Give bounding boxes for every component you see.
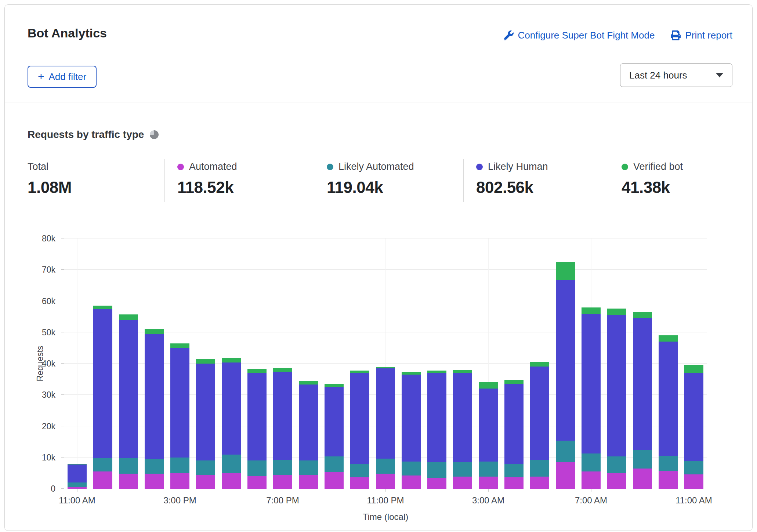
y-tick-label: 40k bbox=[42, 358, 55, 369]
pie-chart-icon bbox=[150, 130, 159, 139]
stat-label: Likely Human bbox=[488, 161, 548, 172]
bar-segment-automated bbox=[479, 477, 498, 489]
bar-segment-automated bbox=[145, 474, 164, 489]
bar-5:00-am-18 bbox=[530, 238, 549, 489]
y-tick-mark bbox=[61, 363, 64, 364]
bar-segment-automated bbox=[633, 469, 652, 489]
bar-segment-verified-bot bbox=[376, 367, 395, 368]
y-tick-label: 30k bbox=[42, 390, 55, 400]
y-tick-mark bbox=[61, 238, 64, 238]
bar-segment-verified-bot bbox=[659, 335, 678, 342]
y-tick-label: 60k bbox=[42, 296, 55, 306]
bar-2:00-am-15 bbox=[453, 238, 472, 489]
header-links: Configure Super Bot Fight Mode Print rep… bbox=[504, 30, 732, 41]
bar-10:00-am-23 bbox=[659, 238, 678, 489]
bar-segment-likely-human bbox=[479, 389, 498, 462]
bar-segment-likely-automated bbox=[119, 458, 138, 474]
stat-likely-human[interactable]: Likely Human802.56k bbox=[463, 159, 609, 202]
bar-segment-likely-human bbox=[376, 368, 395, 459]
configure-link-label: Configure Super Bot Fight Mode bbox=[518, 30, 655, 41]
bar-segment-automated bbox=[504, 477, 524, 489]
stat-automated[interactable]: Automated118.52k bbox=[164, 159, 314, 202]
y-tick-mark bbox=[61, 301, 64, 301]
bar-segment-likely-human bbox=[119, 320, 138, 458]
bar-segment-likely-human bbox=[222, 362, 241, 455]
time-range-select[interactable]: Last 24 hours bbox=[620, 63, 732, 87]
bar-segment-likely-automated bbox=[684, 461, 703, 474]
bar-segment-likely-human bbox=[633, 318, 652, 450]
page-title: Bot Analytics bbox=[28, 26, 107, 40]
bar-segment-verified-bot bbox=[196, 359, 215, 364]
bar-segment-likely-human bbox=[607, 315, 626, 456]
bar-segment-automated bbox=[607, 473, 626, 489]
stat-value: 41.38k bbox=[622, 178, 730, 197]
bar-segment-likely-automated bbox=[530, 460, 549, 477]
bar-segment-verified-bot bbox=[247, 369, 267, 373]
add-filter-label: Add filter bbox=[49, 71, 87, 83]
configure-super-bot-fight-mode-link[interactable]: Configure Super Bot Fight Mode bbox=[504, 30, 655, 41]
bar-segment-automated bbox=[453, 477, 472, 489]
bar-segment-automated bbox=[273, 475, 292, 489]
stat-likely-automated[interactable]: Likely Automated119.04k bbox=[314, 159, 463, 202]
stat-label: Total bbox=[28, 161, 48, 172]
bar-segment-likely-human bbox=[402, 375, 421, 462]
legend-dot-verified-bot bbox=[622, 164, 628, 170]
bar-segment-likely-automated bbox=[504, 464, 524, 478]
y-tick-label: 0 bbox=[51, 484, 55, 494]
bar-segment-verified-bot bbox=[222, 358, 241, 362]
bar-segment-verified-bot bbox=[119, 314, 138, 320]
section-title: Requests by traffic type bbox=[28, 129, 144, 141]
bar-segment-automated bbox=[325, 472, 344, 489]
print-link-label: Print report bbox=[685, 30, 732, 41]
bar-segment-likely-automated bbox=[196, 460, 215, 474]
bar-12:00-pm-1 bbox=[93, 238, 112, 489]
y-tick-mark bbox=[61, 394, 64, 395]
plus-icon: + bbox=[38, 71, 44, 82]
bar-segment-likely-automated bbox=[93, 458, 112, 471]
printer-icon bbox=[671, 30, 681, 40]
y-tick-mark bbox=[61, 332, 64, 332]
bar-segment-likely-human bbox=[684, 373, 703, 461]
bar-1:00-pm-2 bbox=[119, 238, 138, 489]
bar-segment-verified-bot bbox=[93, 306, 112, 309]
bar-segment-likely-automated bbox=[556, 441, 575, 463]
bar-segment-likely-automated bbox=[247, 460, 267, 476]
bar-segment-automated bbox=[299, 475, 318, 489]
bar-segment-likely-automated bbox=[145, 459, 164, 474]
print-report-link[interactable]: Print report bbox=[671, 30, 732, 41]
bar-4:00-am-17 bbox=[504, 238, 524, 489]
bar-segment-likely-human bbox=[247, 373, 267, 461]
y-tick-mark bbox=[61, 426, 64, 426]
time-range-value: Last 24 hours bbox=[629, 70, 687, 81]
bar-segment-likely-human bbox=[299, 385, 318, 460]
bar-segment-likely-automated bbox=[633, 450, 652, 469]
y-tick-label: 80k bbox=[42, 233, 55, 244]
bar-segment-likely-human bbox=[273, 372, 292, 460]
y-tick-mark bbox=[61, 269, 64, 270]
bar-segment-automated bbox=[222, 473, 241, 489]
x-tick-label: 11:00 AM bbox=[59, 495, 95, 506]
bar-segment-verified-bot bbox=[530, 362, 549, 367]
bar-segment-likely-automated bbox=[402, 462, 421, 475]
bar-segment-automated bbox=[68, 487, 87, 489]
y-tick-label: 50k bbox=[42, 327, 55, 338]
stat-label: Likely Automated bbox=[338, 161, 414, 172]
analytics-card: Bot Analytics Configure Super Bot Fight … bbox=[4, 4, 753, 531]
x-tick-label: 11:00 PM bbox=[367, 495, 404, 506]
bar-segment-automated bbox=[170, 473, 189, 489]
bar-segment-likely-human bbox=[530, 367, 549, 460]
bar-segment-likely-automated bbox=[582, 453, 601, 471]
x-tick-label: 3:00 PM bbox=[163, 495, 196, 506]
stat-label: Verified bot bbox=[633, 161, 683, 172]
add-filter-button[interactable]: + Add filter bbox=[28, 66, 97, 88]
stat-total[interactable]: Total1.08M bbox=[28, 159, 164, 202]
bar-10:00-pm-11 bbox=[350, 238, 369, 489]
bar-segment-likely-human bbox=[556, 280, 575, 440]
y-tick-label: 70k bbox=[42, 265, 55, 275]
stats-row: Total1.08MAutomated118.52kLikely Automat… bbox=[28, 159, 730, 202]
stat-verified-bot[interactable]: Verified bot41.38k bbox=[609, 159, 730, 202]
bar-segment-likely-human bbox=[170, 348, 189, 457]
bar-segment-verified-bot bbox=[170, 343, 189, 348]
bar-segment-verified-bot bbox=[633, 312, 652, 318]
y-tick-label: 10k bbox=[42, 452, 55, 463]
